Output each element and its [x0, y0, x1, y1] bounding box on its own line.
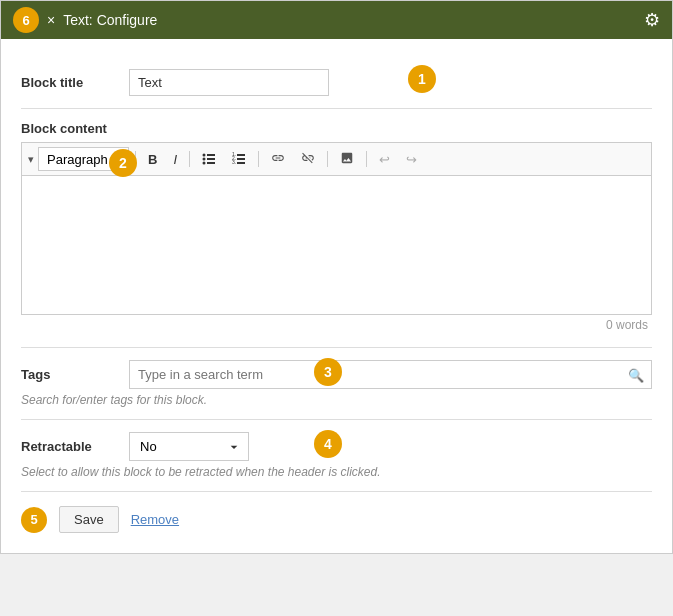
block-title-label: Block title	[21, 75, 121, 90]
svg-rect-3	[207, 158, 215, 160]
ordered-list-button[interactable]: 1. 2. 3.	[226, 148, 252, 171]
toolbar-divider-5	[366, 151, 367, 167]
tags-search-icon: 🔍	[628, 367, 644, 382]
block-content-label: Block content	[21, 121, 652, 136]
bold-button[interactable]: B	[142, 149, 163, 170]
remove-button[interactable]: Remove	[131, 512, 179, 527]
block-title-input[interactable]	[129, 69, 329, 96]
tags-label: Tags	[21, 367, 121, 382]
window-title: Text: Configure	[63, 12, 157, 28]
bullet-list-icon	[202, 151, 216, 165]
link-button[interactable]	[265, 148, 291, 171]
tags-section: 3 Tags 🔍 Search for/enter tags for this …	[21, 348, 652, 420]
block-title-section: 1 Block title	[21, 55, 652, 109]
retractable-hint: Select to allow this block to be retract…	[21, 465, 652, 479]
svg-text:3.: 3.	[232, 159, 236, 165]
svg-point-2	[203, 157, 206, 160]
toolbar-divider-3	[258, 151, 259, 167]
image-icon	[340, 151, 354, 165]
badge-2: 2	[109, 149, 137, 177]
svg-rect-5	[207, 162, 215, 164]
block-title-row: Block title	[21, 69, 652, 96]
redo-button[interactable]: ↪	[400, 149, 423, 170]
bullet-list-button[interactable]	[196, 148, 222, 171]
window-badge: 6	[13, 7, 39, 33]
svg-rect-7	[237, 154, 245, 156]
ordered-list-icon: 1. 2. 3.	[232, 151, 246, 165]
svg-rect-11	[237, 162, 245, 164]
content-area: 1 Block title 2 Block content ▾ Paragrap…	[1, 39, 672, 553]
link-icon	[271, 151, 285, 165]
unlink-button[interactable]	[295, 148, 321, 171]
footer-row: 5 Save Remove	[21, 492, 652, 537]
svg-point-0	[203, 153, 206, 156]
close-button[interactable]: ×	[47, 13, 55, 27]
badge-3: 3	[314, 358, 342, 386]
svg-point-4	[203, 161, 206, 164]
retractable-section: 4 Retractable No Yes Select to allow thi…	[21, 420, 652, 492]
badge-1: 1	[408, 65, 436, 93]
title-bar: 6 × Text: Configure ⚙	[1, 1, 672, 39]
svg-rect-9	[237, 158, 245, 160]
block-content-section: 2 Block content ▾ Paragraph Heading 1 He…	[21, 109, 652, 348]
image-button[interactable]	[334, 148, 360, 171]
title-bar-left: 6 × Text: Configure	[13, 7, 157, 33]
retractable-select[interactable]: No Yes	[129, 432, 249, 461]
toolbar-divider-4	[327, 151, 328, 167]
badge-5: 5	[21, 507, 47, 533]
toolbar-divider-2	[189, 151, 190, 167]
retractable-label: Retractable	[21, 439, 121, 454]
save-button[interactable]: Save	[59, 506, 119, 533]
editor-area[interactable]	[21, 175, 652, 315]
gear-icon[interactable]: ⚙	[644, 9, 660, 31]
unlink-icon	[301, 151, 315, 165]
svg-rect-1	[207, 154, 215, 156]
tags-input[interactable]	[129, 360, 652, 389]
format-chevron[interactable]: ▾	[28, 153, 34, 166]
italic-button[interactable]: I	[167, 149, 183, 170]
undo-button[interactable]: ↩	[373, 149, 396, 170]
word-count: 0 words	[21, 315, 652, 335]
badge-4: 4	[314, 430, 342, 458]
configure-window: 6 × Text: Configure ⚙ 1 Block title 2	[0, 0, 673, 554]
tags-hint: Search for/enter tags for this block.	[21, 393, 652, 407]
tags-input-wrapper: 🔍	[129, 360, 652, 389]
